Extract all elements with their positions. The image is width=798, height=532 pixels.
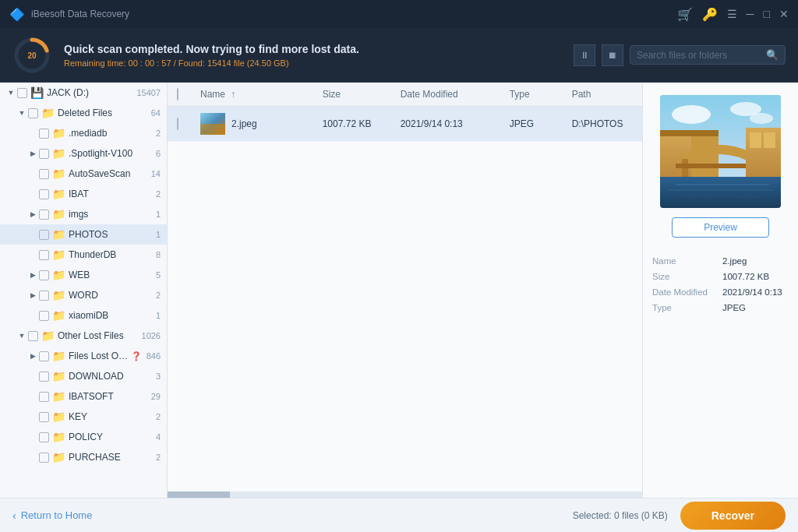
info-row-type: Type JPEG	[652, 303, 789, 312]
menu-icon[interactable]: ☰	[727, 8, 737, 20]
label-thunderdb: ThunderDB	[69, 249, 153, 260]
count-xiaomidb: 1	[156, 311, 161, 320]
sidebar-item-mediadb[interactable]: 📁 .mediadb 2	[0, 123, 167, 143]
arrow-word	[28, 291, 37, 300]
header-text: Quick scan completed. Now trying to find…	[64, 43, 561, 68]
checkbox-purchase[interactable]	[39, 453, 49, 463]
checkbox-mediadb[interactable]	[39, 129, 49, 139]
count-policy: 4	[156, 432, 161, 442]
header-size[interactable]: Size	[323, 89, 401, 100]
checkbox-photos[interactable]	[39, 230, 49, 240]
search-input[interactable]	[637, 50, 761, 61]
folder-mediadb-icon: 📁	[52, 127, 65, 139]
horizontal-scrollbar[interactable]	[168, 491, 642, 498]
search-box[interactable]: 🔍	[630, 45, 786, 65]
checkbox-files-lost[interactable]	[39, 351, 49, 361]
label-deleted: Deleted Files	[58, 107, 148, 118]
label-imgs: imgs	[69, 209, 153, 220]
pause-button[interactable]: ⏸	[574, 44, 595, 66]
cart-icon[interactable]: 🛒	[677, 7, 693, 22]
sidebar-item-word[interactable]: 📁 WORD 2	[0, 285, 167, 305]
progress-percent: 20	[27, 51, 36, 59]
label-mediadb: .mediadb	[69, 128, 153, 139]
label-ibat: IBAT	[69, 188, 153, 199]
svg-rect-10	[660, 130, 719, 136]
minimize-icon[interactable]: ─	[747, 8, 754, 20]
sidebar-item-xiaomidb[interactable]: 📁 xiaomiDB 1	[0, 305, 167, 326]
folder-autosave-icon: 📁	[52, 167, 65, 180]
header-path[interactable]: Path	[572, 89, 633, 100]
sidebar-item-ibatsoft[interactable]: 📁 IBATSOFT 29	[0, 386, 167, 407]
row-filename: 2.jpeg	[231, 118, 257, 129]
checkbox-other-lost[interactable]	[28, 331, 38, 341]
sidebar-item-photos[interactable]: 📁 PHOTOS 1	[0, 224, 167, 245]
arrow-policy	[28, 432, 37, 442]
checkbox-autosave[interactable]	[39, 169, 49, 179]
checkbox-xiaomidb[interactable]	[39, 311, 49, 321]
checkbox-ibat[interactable]	[39, 189, 49, 199]
recover-button[interactable]: Recover	[680, 502, 786, 530]
label-autosave: AutoSaveScan	[69, 168, 148, 179]
close-icon[interactable]: ✕	[779, 8, 789, 20]
checkbox-word[interactable]	[39, 291, 49, 301]
back-button[interactable]: ‹ Return to Home	[12, 509, 92, 522]
header-type[interactable]: Type	[510, 89, 572, 100]
checkbox-spotlight[interactable]	[39, 149, 49, 159]
count-files-lost: 846	[147, 351, 161, 361]
count-jack: 15407	[136, 88, 161, 97]
scrollbar-thumb[interactable]	[168, 491, 230, 498]
count-word: 2	[156, 291, 161, 300]
row-type: JPEG	[510, 118, 572, 129]
header-checkbox[interactable]	[177, 88, 178, 100]
sidebar-item-files-lost-origin[interactable]: 📁 Files Lost Origin... ❓ 846	[0, 346, 167, 366]
sidebar-item-imgs[interactable]: 📁 imgs 1	[0, 204, 167, 224]
sidebar-item-thunderdb[interactable]: 📁 ThunderDB 8	[0, 245, 167, 265]
count-ibat: 2	[156, 189, 161, 199]
key-icon[interactable]: 🔑	[702, 7, 718, 22]
arrow-jack	[6, 88, 16, 97]
sidebar-item-purchase[interactable]: 📁 PURCHASE 2	[0, 447, 167, 467]
sidebar-item-other-lost[interactable]: 📁 Other Lost Files 1026	[0, 326, 167, 346]
help-icon[interactable]: ❓	[131, 351, 142, 361]
checkbox-download[interactable]	[39, 372, 49, 382]
checkbox-ibatsoft[interactable]	[39, 392, 49, 402]
maximize-icon[interactable]: □	[764, 8, 770, 20]
sidebar-item-autosavescan[interactable]: 📁 AutoSaveScan 14	[0, 164, 167, 184]
sidebar-item-web[interactable]: 📁 WEB 5	[0, 265, 167, 285]
file-info: Name 2.jpeg Size 1007.72 KB Date Modifie…	[652, 256, 789, 319]
sidebar-item-deleted-files[interactable]: 📁 Deleted Files 64	[0, 103, 167, 123]
svg-rect-15	[750, 132, 761, 148]
back-arrow-icon: ‹	[12, 509, 16, 522]
checkbox-web[interactable]	[39, 270, 49, 280]
selected-info: Selected: 0 files (0 KB)	[573, 510, 668, 521]
checkbox-deleted[interactable]	[28, 108, 38, 118]
header-subtitle: Remaining time: 00 : 00 : 57 / Found: 15…	[64, 58, 561, 68]
sidebar-item-policy[interactable]: 📁 POLICY 4	[0, 427, 167, 447]
label-key: KEY	[69, 411, 153, 422]
svg-rect-16	[764, 132, 775, 148]
count-deleted: 64	[151, 108, 161, 118]
label-spotlight: .Spotlight-V100	[69, 148, 153, 159]
label-purchase: PURCHASE	[69, 452, 153, 463]
sidebar-item-ibat[interactable]: 📁 IBAT 2	[0, 184, 167, 204]
sidebar-item-download[interactable]: 📁 DOWNLOAD 3	[0, 366, 167, 386]
folder-imgs-icon: 📁	[52, 208, 65, 220]
header-date[interactable]: Date Modified	[401, 89, 510, 100]
header-name[interactable]: Name ↑	[200, 89, 323, 100]
checkbox-thunderdb[interactable]	[39, 250, 49, 260]
sidebar-item-key[interactable]: 📁 KEY 2	[0, 407, 167, 427]
checkbox-policy[interactable]	[39, 432, 49, 442]
table-row[interactable]: 2.jpeg 1007.72 KB 2021/9/14 0:13 JPEG D:…	[168, 107, 642, 142]
sidebar-item-jack-drive[interactable]: 💾 JACK (D:) 15407	[0, 83, 167, 103]
stop-button[interactable]: ⏹	[602, 44, 623, 66]
sidebar-item-spotlight[interactable]: 📁 .Spotlight-V100 6	[0, 143, 167, 164]
preview-button[interactable]: Preview	[672, 217, 769, 238]
header-title: Quick scan completed. Now trying to find…	[64, 43, 561, 55]
checkbox-imgs[interactable]	[39, 210, 49, 220]
checkbox-jack[interactable]	[17, 88, 27, 98]
info-label-date: Date Modified	[652, 287, 722, 297]
row-checkbox[interactable]	[177, 118, 178, 130]
titlebar: 🔷 iBeesoft Data Recovery 🛒 🔑 ☰ ─ □ ✕	[0, 0, 798, 28]
label-word: WORD	[69, 290, 153, 301]
checkbox-key[interactable]	[39, 412, 49, 422]
